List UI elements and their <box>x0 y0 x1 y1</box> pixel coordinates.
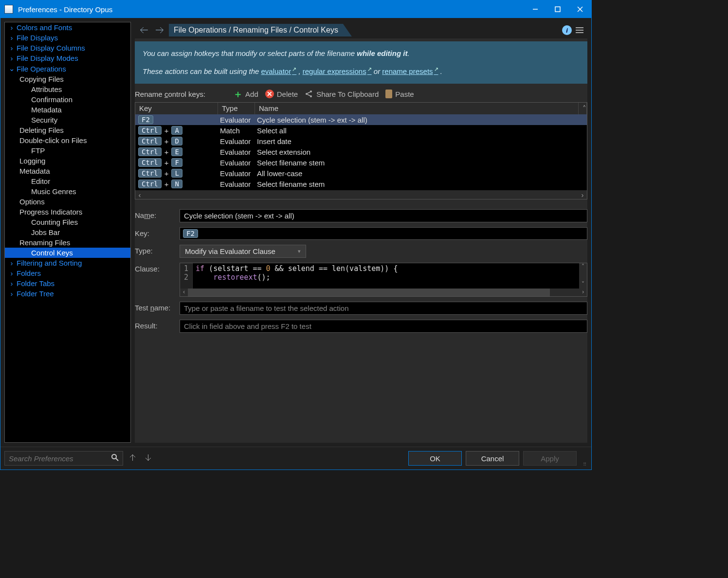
titlebar[interactable]: Preferences - Directory Opus <box>0 0 591 18</box>
maximize-button[interactable] <box>546 0 569 18</box>
add-button[interactable]: ＋ Add <box>234 90 258 98</box>
menu-icon[interactable] <box>575 26 584 34</box>
tree-item[interactable]: Confirmation <box>5 94 130 105</box>
nav-forward-icon[interactable]: 🡢 <box>153 24 166 36</box>
twisty-icon[interactable]: › <box>8 54 16 62</box>
tree-item[interactable]: ›Folder Tabs <box>5 278 130 289</box>
clause-editor[interactable]: 12 if (selstart == 0 && selend == len(va… <box>180 263 587 297</box>
code-content[interactable]: if (selstart == 0 && selend == len(valst… <box>193 263 579 289</box>
twisty-icon[interactable]: › <box>8 279 16 288</box>
code-hscroll[interactable]: ‹ › <box>180 289 587 296</box>
share-button[interactable]: Share To Clipboard <box>305 90 379 98</box>
tree-item[interactable]: ›File Display Modes <box>5 53 130 63</box>
breadcrumb[interactable]: File Operations / Renaming Files / Contr… <box>169 24 352 36</box>
apply-button[interactable]: Apply <box>523 451 577 466</box>
ok-button[interactable]: OK <box>408 451 462 466</box>
info-icon[interactable]: i <box>562 25 572 35</box>
tree-item[interactable]: FTP <box>5 145 130 156</box>
tree-item[interactable]: Renaming Files <box>5 237 130 248</box>
cell-name: All lower-case <box>255 168 587 179</box>
tree-item[interactable]: Security <box>5 115 130 125</box>
table-row[interactable]: Ctrl+DEvaluatorInsert date <box>135 136 587 146</box>
svg-line-7 <box>308 92 310 93</box>
tree-item[interactable]: Counting Files <box>5 217 130 227</box>
minimize-button[interactable] <box>524 0 546 18</box>
search-icon[interactable] <box>111 453 119 463</box>
tree-item[interactable]: Metadata <box>5 105 130 115</box>
cancel-button[interactable]: Cancel <box>466 451 519 466</box>
tree-item[interactable]: ›Folder Tree <box>5 289 130 299</box>
tree-item-label: FTP <box>31 146 45 155</box>
table-row[interactable]: Ctrl+AMatchSelect all <box>135 125 587 136</box>
keys-rows[interactable]: F2EvaluatorCycle selection (stem -> ext … <box>135 114 587 190</box>
tree-item[interactable]: ›Folders <box>5 268 130 278</box>
tree-item[interactable]: Attributes <box>5 84 130 94</box>
search-input[interactable] <box>9 454 111 463</box>
key-field[interactable]: F2 <box>180 227 587 240</box>
col-key[interactable]: Key <box>135 103 218 114</box>
tree-item[interactable]: Deleting Files <box>5 125 130 135</box>
table-row[interactable]: Ctrl+LEvaluatorAll lower-case <box>135 168 587 179</box>
tree-item[interactable]: Copying Files <box>5 74 130 84</box>
code-scroll-up-icon[interactable]: ˄ <box>579 263 587 271</box>
twisty-icon[interactable]: ⌄ <box>8 64 16 73</box>
scroll-left-icon[interactable]: ‹ <box>135 191 144 199</box>
tree-item[interactable]: Control Keys <box>5 248 130 258</box>
scroll-right-icon[interactable]: › <box>578 191 587 199</box>
keys-header[interactable]: Key Type Name ˄ <box>135 103 587 114</box>
col-name[interactable]: Name <box>255 103 579 114</box>
tree-item[interactable]: Jobs Bar <box>5 227 130 237</box>
table-row[interactable]: Ctrl+NEvaluatorSelect filename stem <box>135 179 587 189</box>
table-row[interactable]: Ctrl+FEvaluatorSelect filename stem <box>135 157 587 168</box>
link-evaluator[interactable]: evaluator <box>261 67 297 75</box>
keycap: Ctrl <box>138 137 162 145</box>
link-rename-presets[interactable]: rename presets <box>382 67 438 75</box>
twisty-icon[interactable]: › <box>8 259 16 267</box>
tree-item[interactable]: Editor <box>5 176 130 186</box>
close-button[interactable] <box>569 0 591 18</box>
tree-item[interactable]: Metadata <box>5 166 130 176</box>
code-vscroll[interactable]: ˄ ˅ <box>579 263 587 289</box>
keys-hscroll[interactable]: ‹ › <box>135 190 587 199</box>
tree-item[interactable]: ›File Displays <box>5 33 130 43</box>
link-regex[interactable]: regular expressions <box>303 67 372 75</box>
tree-item[interactable]: Logging <box>5 156 130 166</box>
table-row[interactable]: Ctrl+EEvaluatorSelect extension <box>135 146 587 157</box>
twisty-icon[interactable]: › <box>8 44 16 52</box>
testname-field[interactable]: Type or paste a filename to test the sel… <box>180 302 587 315</box>
code-scroll-down-icon[interactable]: ˅ <box>579 281 587 289</box>
type-select[interactable]: Modify via Evaluator Clause ▾ <box>180 245 306 258</box>
tree-item[interactable]: Music Genres <box>5 186 130 197</box>
table-row[interactable]: F2EvaluatorCycle selection (stem -> ext … <box>135 114 587 125</box>
cell-type: Evaluator <box>218 136 255 146</box>
twisty-icon[interactable]: › <box>8 269 16 277</box>
tree-item[interactable]: ›File Display Columns <box>5 43 130 53</box>
cell-type: Evaluator <box>218 179 255 189</box>
tree-item[interactable]: ›Colors and Fonts <box>5 22 130 33</box>
delete-button[interactable]: ✕ Delete <box>265 90 298 98</box>
next-match-icon[interactable]: 🡣 <box>143 452 154 465</box>
app-icon <box>4 5 13 14</box>
code-scroll-right-icon[interactable]: › <box>579 289 587 296</box>
tree-item[interactable]: Double-click on Files <box>5 135 130 145</box>
tree-scroll[interactable]: ›Colors and Fonts›File Displays›File Dis… <box>5 22 130 442</box>
breadcrumb-bar: 🡠 🡢 File Operations / Renaming Files / C… <box>135 22 587 38</box>
keycap: Ctrl <box>138 158 162 167</box>
tree-item[interactable]: Options <box>5 197 130 207</box>
intro-text-2: These actions can be built using the <box>143 67 261 75</box>
tree-item[interactable]: ⌄File Operations <box>5 63 130 74</box>
resize-grip-icon[interactable]: ⠿ <box>581 464 587 466</box>
twisty-icon[interactable]: › <box>8 289 16 298</box>
name-field[interactable]: Cycle selection (stem -> ext -> all) <box>180 209 587 222</box>
col-type[interactable]: Type <box>218 103 255 114</box>
search-preferences[interactable] <box>4 451 123 466</box>
tree-item[interactable]: Progress Indicators <box>5 207 130 217</box>
code-scroll-left-icon[interactable]: ‹ <box>180 289 188 296</box>
twisty-icon[interactable]: › <box>8 34 16 42</box>
twisty-icon[interactable]: › <box>8 23 16 32</box>
nav-back-icon[interactable]: 🡠 <box>138 24 150 36</box>
tree-item[interactable]: ›Filtering and Sorting <box>5 258 130 268</box>
prev-match-icon[interactable]: 🡡 <box>127 452 139 465</box>
paste-button[interactable]: Paste <box>385 90 414 98</box>
scroll-up-icon[interactable]: ˄ <box>579 103 587 114</box>
